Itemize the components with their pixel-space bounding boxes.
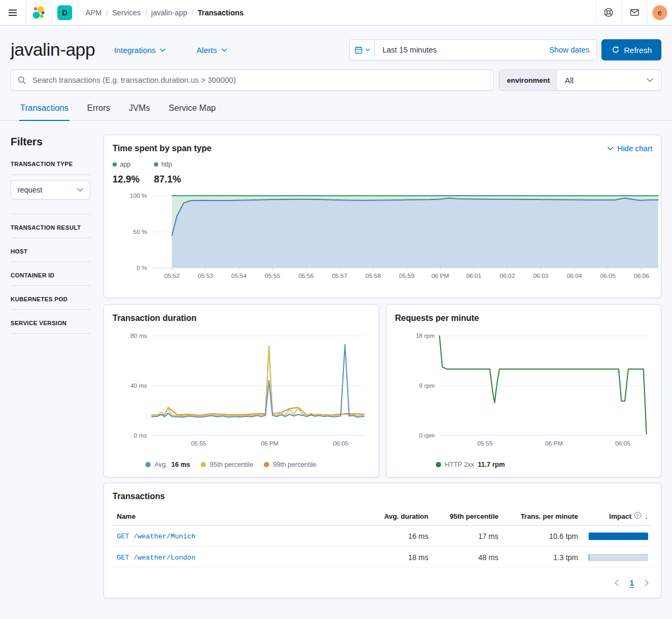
legend-item[interactable]: 99th percentile bbox=[264, 461, 316, 468]
svg-text:0 ms: 0 ms bbox=[134, 432, 147, 439]
environment-control: environment All bbox=[499, 69, 661, 91]
legend-label: Avg. bbox=[154, 461, 168, 468]
environment-value: All bbox=[565, 76, 574, 85]
integrations-menu-button[interactable]: Integrations bbox=[114, 46, 166, 55]
question-circle-icon[interactable]: ? bbox=[634, 512, 641, 519]
menu-icon bbox=[7, 7, 18, 18]
tab-transactions[interactable]: Transactions bbox=[19, 103, 70, 121]
show-dates-button[interactable]: Show dates bbox=[549, 46, 597, 54]
legend-label: HTTP 2xx bbox=[445, 461, 474, 468]
legend-item[interactable]: 95th percentile bbox=[201, 461, 253, 468]
svg-text:05:56: 05:56 bbox=[298, 273, 314, 279]
card-title: Time spent by span type bbox=[113, 144, 211, 153]
svg-text:06:04: 06:04 bbox=[567, 273, 582, 279]
divider bbox=[11, 175, 90, 175]
table-row: GET /weather/Munich16 ms17 ms10.6 tpm bbox=[113, 526, 652, 547]
chevron-left-icon bbox=[614, 579, 619, 587]
legend-value: 11.7 rpm bbox=[478, 461, 505, 468]
column-header-name[interactable]: Name bbox=[113, 508, 369, 526]
chevron-down-icon bbox=[160, 48, 166, 52]
legend-item[interactable]: app12.9% bbox=[113, 161, 154, 185]
refresh-button[interactable]: Refresh bbox=[601, 39, 661, 60]
notifications-button[interactable] bbox=[622, 0, 647, 25]
date-quick-select-button[interactable] bbox=[350, 40, 375, 60]
previous-page-button[interactable] bbox=[614, 579, 619, 587]
svg-text:18 rpm: 18 rpm bbox=[416, 333, 435, 339]
next-page-button[interactable] bbox=[644, 579, 649, 587]
legend-item[interactable]: http87.1% bbox=[154, 161, 195, 185]
divider bbox=[11, 214, 90, 214]
divider bbox=[77, 0, 78, 25]
menu-button[interactable] bbox=[0, 0, 25, 25]
help-button[interactable] bbox=[596, 0, 621, 25]
chevron-down-icon bbox=[607, 146, 614, 151]
divider bbox=[11, 261, 90, 262]
environment-select[interactable]: All bbox=[557, 70, 661, 90]
search-icon bbox=[18, 76, 27, 85]
svg-text:05:57: 05:57 bbox=[332, 273, 347, 279]
search-box bbox=[11, 69, 494, 91]
transaction-link[interactable]: GET /weather/London bbox=[117, 554, 195, 562]
filter-section-container-id[interactable]: CONTAINER ID bbox=[11, 272, 90, 278]
calendar-icon bbox=[354, 46, 363, 55]
column-header-avg-duration[interactable]: Avg. duration bbox=[369, 508, 433, 526]
filter-section-service-version[interactable]: SERVICE VERSION bbox=[11, 320, 90, 326]
search-input[interactable] bbox=[31, 75, 487, 85]
time-range-button[interactable]: Last 15 minutes bbox=[375, 46, 436, 54]
legend-dot-icon bbox=[201, 462, 206, 467]
svg-text:06 PM: 06 PM bbox=[432, 273, 449, 279]
divider bbox=[11, 333, 90, 334]
requests-per-minute-legend: HTTP 2xx11.7 rpm bbox=[395, 461, 652, 468]
filter-section-transaction-result[interactable]: TRANSACTION RESULT bbox=[11, 224, 90, 231]
svg-text:40 ms: 40 ms bbox=[131, 382, 148, 389]
tpm-cell: 10.6 tpm bbox=[503, 526, 582, 547]
column-header-impact[interactable]: Impact?↓ bbox=[582, 508, 652, 526]
breadcrumb-separator: / bbox=[192, 8, 194, 17]
elastic-logo[interactable] bbox=[26, 0, 51, 25]
requests-per-minute-chart: 0 rpm9 rpm18 rpm05:5506 PM06:05 bbox=[395, 328, 652, 457]
breadcrumb-item[interactable]: javalin-app bbox=[151, 8, 187, 17]
legend-item[interactable]: Avg.16 ms bbox=[145, 461, 190, 468]
legend-dot-icon bbox=[145, 462, 151, 467]
tab-service-map[interactable]: Service Map bbox=[168, 103, 217, 121]
tab-errors[interactable]: Errors bbox=[86, 103, 111, 121]
svg-text:9 rpm: 9 rpm bbox=[419, 382, 435, 389]
breadcrumb-item[interactable]: APM bbox=[85, 8, 101, 17]
page-header: javalin-app Integrations Alerts Last 15 … bbox=[0, 25, 672, 60]
legend-item[interactable]: HTTP 2xx11.7 rpm bbox=[436, 461, 505, 468]
avg-duration-cell: 18 ms bbox=[369, 547, 433, 568]
transaction-duration-legend: Avg.16 ms95th percentile99th percentile bbox=[113, 461, 370, 468]
legend-label: app bbox=[120, 161, 131, 168]
alerts-menu-button[interactable]: Alerts bbox=[196, 46, 227, 55]
refresh-label: Refresh bbox=[624, 46, 652, 55]
column-header-95th-percentile[interactable]: 95th percentile bbox=[433, 508, 503, 526]
filter-label: TRANSACTION TYPE bbox=[11, 161, 90, 167]
filter-section-kubernetes-pod[interactable]: KUBERNETES POD bbox=[11, 296, 90, 302]
page-number-button[interactable]: 1 bbox=[630, 579, 634, 587]
filter-section-transaction-type: TRANSACTION TYPE request bbox=[11, 161, 90, 214]
breadcrumb-item[interactable]: Services bbox=[112, 8, 141, 17]
column-header-trans-per-minute[interactable]: Trans. per minute bbox=[503, 508, 582, 526]
user-avatar[interactable]: e bbox=[652, 5, 667, 20]
hide-chart-button[interactable]: Hide chart bbox=[607, 144, 652, 153]
breadcrumb: APM/Services/javalin-app/Transactions bbox=[85, 8, 244, 17]
deployment-badge[interactable]: D bbox=[57, 5, 72, 20]
divider bbox=[11, 285, 90, 286]
impact-bar bbox=[589, 554, 648, 561]
transaction-duration-chart: 0 ms40 ms80 ms05:5506 PM06:05 bbox=[113, 328, 369, 457]
svg-text:05:55: 05:55 bbox=[477, 440, 493, 447]
svg-text:0 %: 0 % bbox=[136, 265, 147, 271]
tab-jvms[interactable]: JVMs bbox=[128, 103, 151, 121]
transaction-link[interactable]: GET /weather/Munich bbox=[117, 533, 195, 540]
tpm-cell: 1.3 tpm bbox=[503, 547, 582, 568]
filters-title: Filters bbox=[11, 136, 90, 148]
refresh-icon bbox=[611, 46, 619, 54]
transactions-table-body: GET /weather/Munich16 ms17 ms10.6 tpmGET… bbox=[113, 526, 652, 568]
chevron-down-icon bbox=[365, 48, 370, 51]
breadcrumb-separator: / bbox=[106, 8, 108, 17]
impact-bar bbox=[589, 533, 648, 540]
filter-section-host[interactable]: HOST bbox=[11, 248, 90, 255]
legend-value: 16 ms bbox=[171, 461, 190, 468]
transaction-type-select[interactable]: request bbox=[11, 180, 90, 199]
legend-dot-icon bbox=[436, 462, 441, 467]
